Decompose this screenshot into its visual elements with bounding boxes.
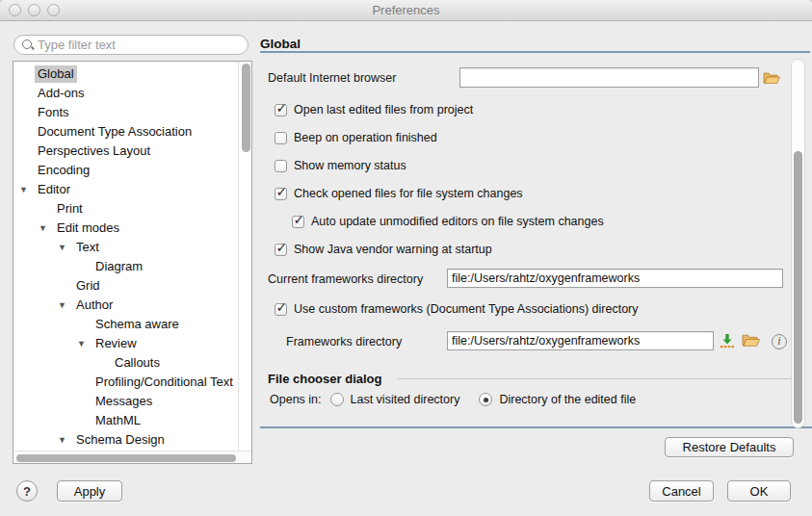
import-frameworks-icon[interactable] bbox=[720, 333, 735, 351]
use-custom-frameworks-row[interactable]: Use custom frameworks (Document Type Ass… bbox=[275, 301, 639, 317]
expand-triangle-icon[interactable]: ▼ bbox=[58, 296, 66, 315]
cancel-button[interactable]: Cancel bbox=[649, 480, 714, 502]
tree-item-label: Diagram bbox=[92, 258, 145, 275]
tree-item-add-ons[interactable]: Add-ons bbox=[13, 84, 238, 103]
current-frameworks-input[interactable] bbox=[447, 269, 783, 288]
tree-item-label: Add-ons bbox=[35, 85, 87, 102]
tree-item-messages[interactable]: Messages bbox=[13, 392, 238, 411]
checkbox[interactable] bbox=[292, 216, 304, 228]
content-vertical-scrollbar-thumb[interactable] bbox=[794, 151, 802, 424]
tree-item-label: Callouts bbox=[112, 354, 163, 372]
tree-item-label: Encoding bbox=[35, 162, 92, 179]
tree-item-perspectives-layout[interactable]: Perspectives Layout bbox=[13, 142, 238, 161]
checkbox[interactable] bbox=[275, 188, 287, 200]
frameworks-directory-label: Frameworks directory bbox=[286, 335, 402, 348]
tree-horizontal-scrollbar-thumb[interactable] bbox=[16, 454, 236, 462]
browse-folder-icon[interactable] bbox=[763, 70, 780, 88]
checkbox-row-5[interactable]: Show Java vendor warning at startup bbox=[275, 242, 492, 257]
search-input[interactable] bbox=[38, 38, 230, 52]
header-rule bbox=[260, 51, 810, 53]
file-chooser-section-title: File chooser dialog bbox=[268, 372, 381, 386]
tree-item-review[interactable]: ▼Review bbox=[13, 334, 238, 353]
checkbox-row-1[interactable]: Beep on operation finished bbox=[275, 130, 437, 145]
opens-in-row: Opens in: Last visited directoryDirector… bbox=[270, 391, 636, 408]
checkbox-label: Auto update unmodified editors on file s… bbox=[311, 215, 604, 228]
tree-item-label: Profiling/Conditional Text bbox=[92, 374, 236, 391]
expand-triangle-icon[interactable]: ▼ bbox=[77, 334, 86, 353]
tree-item-label: Perspectives Layout bbox=[35, 142, 153, 160]
checkbox-label: Show Java vendor warning at startup bbox=[294, 243, 492, 256]
tree-item-document-type-association[interactable]: Document Type Association bbox=[13, 122, 238, 142]
ok-button[interactable]: OK bbox=[727, 480, 791, 502]
use-custom-frameworks-label: Use custom frameworks (Document Type Ass… bbox=[294, 302, 639, 316]
checkbox[interactable] bbox=[275, 244, 287, 256]
tree-item-grid[interactable]: Grid bbox=[13, 276, 238, 296]
tree-vertical-scrollbar[interactable] bbox=[238, 62, 251, 451]
tree-item-profiling-conditional-text[interactable]: Profiling/Conditional Text bbox=[13, 373, 238, 392]
tree-item-author[interactable]: ▼Author bbox=[13, 296, 238, 315]
tree-item-encoding[interactable]: Encoding bbox=[13, 161, 238, 180]
default-browser-input[interactable] bbox=[459, 67, 759, 88]
tree-item-label: Schema aware bbox=[92, 316, 182, 333]
tree-item-label: Messages bbox=[92, 393, 155, 410]
tree-item-global[interactable]: Global bbox=[13, 64, 238, 84]
tree-vertical-scrollbar-thumb[interactable] bbox=[242, 64, 250, 152]
expand-triangle-icon[interactable]: ▼ bbox=[58, 238, 66, 257]
tree-item-schema-aware[interactable]: Schema aware bbox=[13, 315, 238, 334]
tree-item-label: Document Type Association bbox=[35, 123, 195, 141]
checkbox-label: Check opened files for file system chang… bbox=[294, 187, 523, 200]
tree-item-label: Grid bbox=[73, 277, 103, 295]
tree-item-callouts[interactable]: Callouts bbox=[13, 353, 238, 373]
restore-defaults-button[interactable]: Restore Defaults bbox=[665, 437, 794, 457]
title-bar: Preferences bbox=[0, 0, 812, 21]
tree-item-fonts[interactable]: Fonts bbox=[13, 103, 238, 122]
tree-item-edit-modes[interactable]: ▼Edit modes bbox=[13, 219, 238, 238]
info-icon[interactable]: i bbox=[772, 334, 787, 349]
search-icon bbox=[21, 39, 35, 52]
checkbox-row-2[interactable]: Show memory status bbox=[275, 158, 406, 173]
filter-search-field[interactable] bbox=[13, 35, 249, 55]
content-bottom-rule bbox=[260, 426, 812, 428]
checkbox-row-0[interactable]: Open last edited files from project bbox=[275, 102, 473, 117]
tree-item-label: Editor bbox=[35, 181, 73, 198]
tree-item-print[interactable]: Print bbox=[13, 199, 238, 219]
checkbox-label: Beep on operation finished bbox=[294, 131, 437, 144]
checkbox-label: Open last edited files from project bbox=[294, 103, 473, 116]
tree-item-label: Print bbox=[54, 200, 86, 218]
browse-frameworks-folder-icon[interactable] bbox=[742, 332, 760, 350]
frameworks-directory-input[interactable] bbox=[447, 331, 714, 350]
tree-item-label: Fonts bbox=[35, 104, 72, 121]
radio-label: Last visited directory bbox=[351, 393, 460, 406]
tree-item-editor[interactable]: ▼Editor bbox=[13, 180, 238, 199]
checkbox-label: Show memory status bbox=[294, 159, 406, 172]
apply-button[interactable]: Apply bbox=[57, 480, 122, 502]
content-vertical-scrollbar[interactable] bbox=[791, 59, 805, 428]
expand-triangle-icon[interactable]: ▼ bbox=[39, 219, 47, 238]
window-title: Preferences bbox=[0, 3, 812, 17]
help-button[interactable]: ? bbox=[16, 480, 38, 502]
tree-item-mathml[interactable]: MathML bbox=[13, 411, 238, 430]
checkbox[interactable] bbox=[275, 160, 287, 172]
tree-item-label: Global bbox=[35, 65, 77, 83]
tree-item-schema-design[interactable]: ▼Schema Design bbox=[13, 430, 238, 450]
radio-last-visited-directory[interactable] bbox=[330, 393, 344, 406]
tree-rows: GlobalAdd-onsFontsDocument Type Associat… bbox=[13, 62, 238, 451]
default-browser-label: Default Internet browser bbox=[268, 71, 396, 85]
radio-directory-of-the-edited-file[interactable] bbox=[479, 393, 492, 406]
tree-item-diagram[interactable]: Diagram bbox=[13, 257, 238, 276]
checkbox[interactable] bbox=[275, 132, 287, 144]
use-custom-frameworks-checkbox[interactable] bbox=[275, 303, 287, 316]
tree-item-label: Author bbox=[73, 297, 116, 314]
tree-item-label: Edit modes bbox=[54, 219, 122, 237]
expand-triangle-icon[interactable]: ▼ bbox=[19, 180, 28, 199]
tree-item-label: MathML bbox=[92, 412, 144, 429]
preferences-window: Preferences GlobalAdd-onsFontsDocument T… bbox=[0, 0, 812, 516]
tree-horizontal-scrollbar[interactable] bbox=[13, 451, 251, 463]
tree-item-label: Text bbox=[73, 239, 102, 256]
checkbox-row-4[interactable]: Auto update unmodified editors on file s… bbox=[292, 214, 604, 229]
checkbox-row-3[interactable]: Check opened files for file system chang… bbox=[275, 186, 523, 201]
tree-item-text[interactable]: ▼Text bbox=[13, 238, 238, 257]
expand-triangle-icon[interactable]: ▼ bbox=[58, 430, 66, 450]
page-title: Global bbox=[260, 37, 301, 51]
checkbox[interactable] bbox=[275, 104, 287, 116]
